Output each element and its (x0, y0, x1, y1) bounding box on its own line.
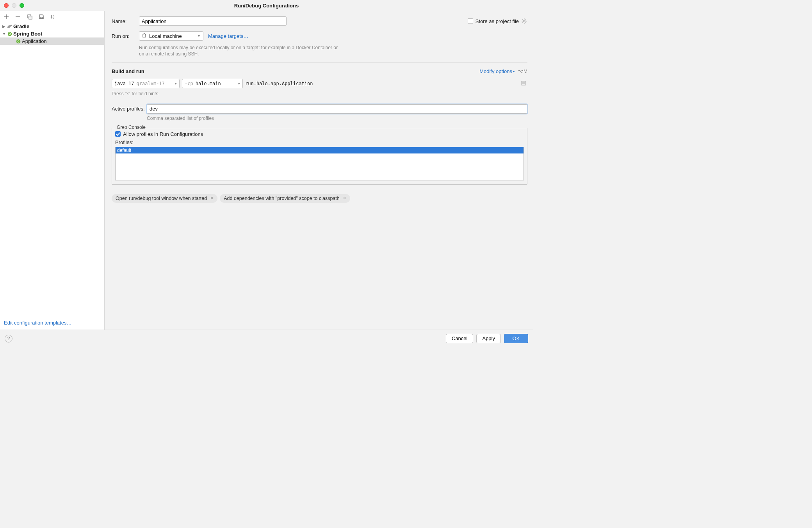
config-tree: ▶ Gradle ▾ Spring Boot Application (0, 23, 104, 317)
gradle-icon (6, 23, 13, 30)
sidebar: az ▶ Gradle ▾ Spring Boot Application (0, 11, 105, 330)
remove-config-icon[interactable] (15, 14, 21, 20)
remove-chip-icon[interactable]: ✕ (210, 196, 214, 201)
edit-templates-link[interactable]: Edit configuration templates… (4, 320, 71, 326)
name-input[interactable] (139, 16, 287, 26)
manage-targets-link[interactable]: Manage targets… (208, 33, 248, 39)
tree-node-label: Gradle (13, 23, 29, 29)
profiles-list[interactable]: default (115, 147, 524, 180)
active-profiles-input[interactable] (147, 104, 527, 114)
remove-chip-icon[interactable]: ✕ (343, 196, 346, 201)
allow-profiles-checkbox[interactable] (115, 131, 121, 137)
caret-down-icon: ▼ (197, 34, 201, 38)
runon-hint: Run configurations may be executed local… (139, 45, 342, 57)
profile-item[interactable]: default (116, 147, 524, 153)
caret-down-icon: ▼ (175, 82, 177, 86)
titlebar: Run/Debug Configurations (0, 0, 533, 11)
option-chip-provided-scope[interactable]: Add dependencies with "provided" scope t… (220, 194, 350, 203)
jdk-variant: graalvm-17 (137, 81, 165, 86)
caret-down-icon: ▼ (238, 82, 240, 86)
svg-text:z: z (53, 17, 54, 19)
list-icon[interactable] (521, 81, 526, 87)
grep-console-fieldset: Grep Console Allow profiles in Run Confi… (112, 128, 527, 185)
name-label: Name: (112, 18, 139, 24)
jdk-select[interactable]: java 17 graalvm-17 ▼ (112, 79, 180, 88)
chip-label: Add dependencies with "provided" scope t… (224, 196, 340, 201)
tree-node-springboot[interactable]: ▾ Spring Boot (0, 30, 104, 37)
cp-value: halo.main (196, 81, 221, 86)
classpath-select[interactable]: -cp halo.main ▼ (182, 79, 243, 88)
main-class-value: run.halo.app.Application (245, 81, 313, 86)
save-config-icon[interactable] (38, 14, 45, 20)
chevron-right-icon: ▶ (2, 24, 6, 29)
copy-config-icon[interactable] (27, 14, 33, 20)
sidebar-toolbar: az (0, 11, 104, 23)
runon-label: Run on: (112, 33, 139, 39)
modify-options-link[interactable]: Modify options ▾ (479, 68, 515, 74)
allow-profiles-label: Allow profiles in Run Configurations (123, 131, 203, 137)
jdk-value: java 17 (114, 81, 134, 86)
sort-config-icon[interactable]: az (50, 14, 56, 20)
springboot-icon (15, 38, 22, 45)
tree-node-application[interactable]: Application (0, 37, 104, 45)
main-class-input[interactable]: run.halo.app.Application (245, 79, 527, 88)
add-config-icon[interactable] (3, 14, 9, 20)
cp-flag: -cp (185, 81, 193, 86)
tree-node-gradle[interactable]: ▶ Gradle (0, 23, 104, 30)
svg-point-8 (524, 20, 525, 22)
tree-node-label: Spring Boot (13, 31, 42, 37)
runon-select[interactable]: Local machine ▼ (139, 31, 203, 41)
chevron-down-icon: ▾ (2, 32, 6, 36)
separator (112, 62, 527, 63)
field-hints: Press ⌥ for field hints (112, 91, 527, 97)
chip-label: Open run/debug tool window when started (116, 196, 207, 201)
grep-console-legend: Grep Console (115, 125, 147, 130)
config-form: Name: Store as project file Run on: Loca… (105, 11, 533, 330)
gear-icon[interactable] (521, 18, 527, 24)
build-run-header: Build and run (112, 68, 144, 74)
bottom-bar: ? Cancel Apply OK (0, 330, 533, 347)
profiles-label: Profiles: (115, 139, 524, 145)
help-icon[interactable]: ? (5, 335, 12, 342)
home-icon (142, 33, 147, 39)
springboot-icon (6, 31, 13, 37)
option-chip-open-tool-window[interactable]: Open run/debug tool window when started … (112, 194, 217, 203)
store-as-project-label: Store as project file (475, 18, 519, 24)
store-as-project-checkbox[interactable] (468, 18, 473, 24)
runon-value: Local machine (149, 33, 182, 39)
ok-button[interactable]: OK (504, 334, 528, 343)
tree-node-label: Application (22, 38, 47, 44)
active-profiles-hint: Comma separated list of profiles (147, 115, 527, 121)
cancel-button[interactable]: Cancel (446, 334, 473, 343)
svg-rect-2 (40, 17, 43, 18)
svg-rect-1 (29, 16, 32, 19)
active-profiles-label: Active profiles: (112, 106, 147, 112)
apply-button[interactable]: Apply (476, 334, 501, 343)
caret-down-icon: ▾ (513, 70, 515, 73)
modify-shortcut: ⌥M (518, 69, 527, 74)
window-title: Run/Debug Configurations (0, 3, 533, 9)
